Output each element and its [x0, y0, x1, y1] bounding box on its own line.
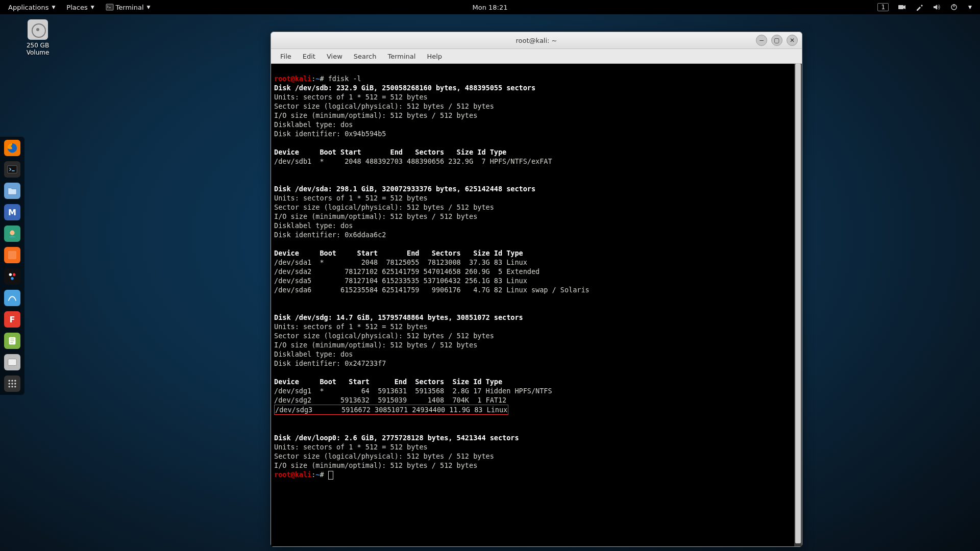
menu-terminal[interactable]: Terminal	[382, 51, 421, 62]
terminal-viewport[interactable]: root@kali:~# fdisk -l Disk /dev/sdb: 232…	[271, 64, 802, 546]
partition-row: /dev/sdg2 5913632 5915039 1408 704K 1 FA…	[274, 396, 506, 404]
clock-label: Mon 18:21	[472, 4, 507, 11]
partition-row: /dev/sdg1 * 64 5913631 5913568 2.8G 17 H…	[274, 387, 552, 395]
output-line: Disklabel type: dos	[274, 221, 353, 230]
menu-help[interactable]: Help	[422, 51, 447, 62]
partition-header: Device Boot Start End Sectors Size Id Ty…	[274, 249, 523, 257]
svg-point-11	[11, 277, 14, 280]
terminal-launcher[interactable]	[4, 161, 20, 178]
dock: M F	[0, 137, 24, 395]
terminal-icon	[106, 3, 114, 11]
terminal-scrollbar[interactable]	[794, 64, 802, 546]
drive-label: 250 GB Volume	[17, 42, 58, 56]
partition-row: /dev/sda2 78127102 625141759 547014658 2…	[274, 267, 540, 276]
top-panel: Applications▼ Places▼ Terminal▼ Mon 18:2…	[0, 0, 980, 14]
output-line: Disk identifier: 0x94b594b5	[274, 130, 386, 138]
power-icon[interactable]	[950, 3, 958, 11]
output-line: Disk identifier: 0x247233f7	[274, 359, 386, 367]
svg-point-18	[11, 380, 13, 382]
svg-point-22	[14, 383, 16, 384]
faraday-launcher[interactable]: F	[4, 311, 20, 328]
partition-row: /dev/sdb1 * 2048 488392703 488390656 232…	[274, 157, 552, 165]
svg-rect-16	[8, 359, 17, 366]
desktop-background: Applications▼ Places▼ Terminal▼ Mon 18:2…	[0, 0, 980, 551]
partition-row: /dev/sda6 615235584 625141759 9906176 4.…	[274, 286, 590, 294]
close-button[interactable]: ✕	[787, 35, 798, 46]
svg-point-25	[14, 386, 16, 387]
disk-loop-header: Disk /dev/loop0: 2.6 GiB, 2775728128 byt…	[274, 434, 519, 442]
disk-sdb-header: Disk /dev/sdb: 232.9 GiB, 250058268160 b…	[274, 84, 535, 92]
window-title: root@kali: ~	[516, 37, 557, 44]
svg-point-19	[14, 380, 16, 382]
partition-row: /dev/sda5 78127104 615233535 537106432 2…	[274, 277, 527, 285]
menu-edit[interactable]: Edit	[298, 51, 321, 62]
wireshark-launcher[interactable]	[4, 290, 20, 306]
desktop-drive-icon[interactable]: 250 GB Volume	[17, 19, 58, 56]
output-line: Units: sectors of 1 * 512 = 512 bytes	[274, 194, 428, 202]
svg-rect-5	[8, 166, 17, 173]
zenmap-launcher[interactable]	[4, 268, 20, 285]
menu-file[interactable]: File	[275, 51, 297, 62]
svg-point-23	[9, 386, 10, 387]
burpsuite-launcher[interactable]	[4, 247, 20, 263]
volume-icon[interactable]	[933, 3, 941, 11]
svg-point-6	[10, 231, 14, 235]
scrollbar-thumb[interactable]	[795, 64, 801, 543]
recorder-icon[interactable]	[898, 3, 906, 11]
xterm-launcher[interactable]	[4, 354, 20, 370]
menu-search[interactable]: Search	[349, 51, 382, 62]
partition-header: Device Boot Start End Sectors Size Id Ty…	[274, 148, 506, 156]
chevron-down-icon[interactable]: ▼	[968, 5, 972, 10]
applications-label: Applications	[8, 4, 48, 11]
svg-point-17	[9, 380, 10, 382]
output-line: Units: sectors of 1 * 512 = 512 bytes	[274, 93, 428, 101]
output-line: Disk identifier: 0x6ddaa6c2	[274, 231, 386, 239]
output-line: Disklabel type: dos	[274, 120, 353, 129]
armitage-launcher[interactable]	[4, 226, 20, 242]
leafpad-launcher[interactable]	[4, 333, 20, 349]
output-line: Sector size (logical/physical): 512 byte…	[274, 102, 494, 110]
output-line: I/O size (minimum/optimal): 512 bytes / …	[274, 341, 477, 349]
partition-row: /dev/sda1 * 2048 78125055 78123008 37.3G…	[274, 258, 527, 266]
window-titlebar[interactable]: root@kali: ~ − ▢ ✕	[271, 32, 802, 49]
files-launcher[interactable]	[4, 183, 20, 199]
workspace-indicator[interactable]: 1	[877, 3, 889, 11]
prompt-cmd: fdisk -l	[328, 74, 361, 83]
show-apps-button[interactable]	[4, 375, 20, 392]
chevron-down-icon: ▼	[147, 5, 151, 10]
chevron-down-icon: ▼	[52, 5, 55, 10]
disk-sdg-header: Disk /dev/sdg: 14.7 GiB, 15795748864 byt…	[274, 313, 523, 321]
output-line: Sector size (logical/physical): 512 byte…	[274, 452, 494, 460]
svg-point-10	[13, 273, 15, 277]
firefox-launcher[interactable]	[4, 140, 20, 156]
svg-rect-0	[106, 4, 113, 10]
output-line: Sector size (logical/physical): 512 byte…	[274, 332, 494, 340]
maximize-button[interactable]: ▢	[771, 35, 782, 46]
svg-rect-1	[898, 5, 903, 9]
partition-header: Device Boot Start End Sectors Size Id Ty…	[274, 378, 502, 386]
menu-view[interactable]: View	[322, 51, 348, 62]
output-line: Units: sectors of 1 * 512 = 512 bytes	[274, 322, 428, 331]
prompt-user: root@kali	[274, 470, 311, 479]
partition-row-highlighted: /dev/sdg3 5916672 30851071 24934400 11.9…	[274, 405, 508, 415]
output-line: Disklabel type: dos	[274, 350, 353, 358]
svg-point-20	[9, 383, 10, 384]
output-line: I/O size (minimum/optimal): 512 bytes / …	[274, 111, 477, 119]
terminal-indicator[interactable]: Terminal▼	[106, 3, 151, 11]
disk-sda-header: Disk /dev/sda: 298.1 GiB, 320072933376 b…	[274, 185, 535, 193]
output-line: I/O size (minimum/optimal): 512 bytes / …	[274, 461, 477, 469]
metasploit-launcher[interactable]: M	[4, 204, 20, 220]
terminal-window: root@kali: ~ − ▢ ✕ File Edit View Search…	[271, 32, 802, 547]
harddrive-icon	[28, 19, 48, 40]
minimize-button[interactable]: −	[756, 35, 767, 46]
color-picker-icon[interactable]	[915, 3, 923, 11]
terminal-cursor	[328, 471, 333, 480]
clock[interactable]: Mon 18:21	[472, 4, 507, 11]
output-line: Units: sectors of 1 * 512 = 512 bytes	[274, 443, 428, 451]
output-line: Sector size (logical/physical): 512 byte…	[274, 203, 494, 211]
applications-menu[interactable]: Applications▼	[8, 4, 55, 11]
svg-rect-8	[9, 252, 16, 259]
chevron-down-icon: ▼	[91, 5, 94, 10]
places-menu[interactable]: Places▼	[66, 4, 94, 11]
terminal-indicator-label: Terminal	[116, 4, 144, 11]
